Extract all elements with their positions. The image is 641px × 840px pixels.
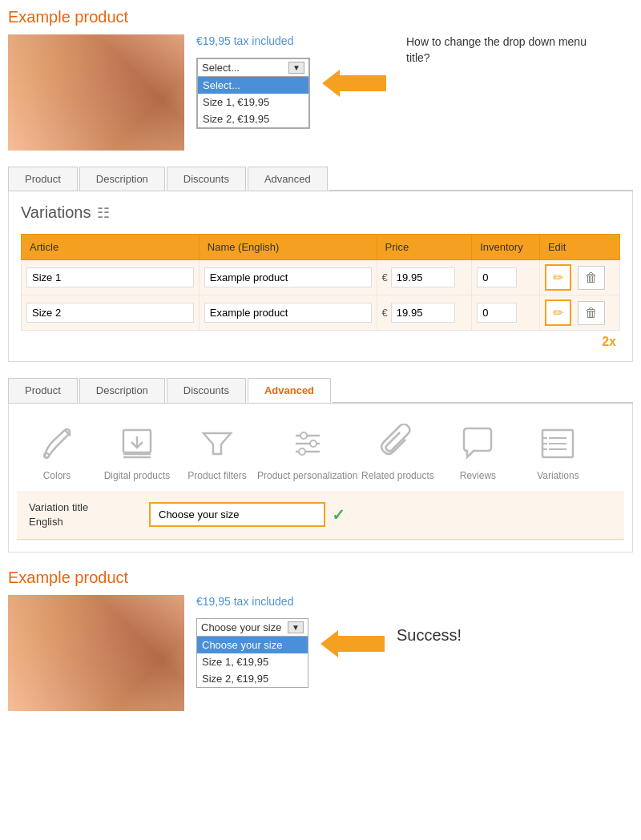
price-label-1: €19,95 tax included xyxy=(196,34,386,47)
related-products-label: Related products xyxy=(361,470,434,483)
svg-point-9 xyxy=(300,432,307,439)
col-name: Name (English) xyxy=(199,235,377,260)
checkmark-icon: ✓ xyxy=(332,505,345,524)
icon-digital-products[interactable]: Digital products xyxy=(97,424,177,483)
product-personalization-label: Product personalization xyxy=(257,470,357,483)
icon-product-filters[interactable]: Product filters xyxy=(177,424,257,483)
tab-advanced-bottom[interactable]: Advanced xyxy=(248,378,331,403)
delete-button-2[interactable]: 🗑 xyxy=(578,301,605,325)
svg-point-0 xyxy=(44,453,49,458)
inventory-input-1[interactable] xyxy=(477,267,517,287)
delete-button-1[interactable]: 🗑 xyxy=(578,266,605,290)
edit-button-1[interactable]: ✏ xyxy=(545,264,571,291)
dropdown-item-0[interactable]: Select... xyxy=(198,77,308,94)
col-edit: Edit xyxy=(539,235,619,260)
icon-variations[interactable]: Variations xyxy=(518,424,598,483)
icons-section: Colors Digital products Product filter xyxy=(17,416,624,491)
price-label-2: €19,95 tax included xyxy=(196,595,462,608)
icon-related-products[interactable]: Related products xyxy=(357,424,437,483)
dropdown2-item-1[interactable]: Size 1, €19,95 xyxy=(197,653,308,670)
tab-product-top[interactable]: Product xyxy=(8,167,78,191)
price-input-1[interactable] xyxy=(391,267,455,287)
page-title-2: Example product xyxy=(8,569,633,587)
size-dropdown-2[interactable]: Choose your size ▼ Choose your size Size… xyxy=(196,618,308,688)
variations-label: Variations xyxy=(537,470,579,483)
inventory-input-2[interactable] xyxy=(477,303,517,323)
price-input-2[interactable] xyxy=(391,303,455,323)
tabs-bottom: Product Description Discounts Advanced xyxy=(8,378,633,404)
dropdown2-item-0[interactable]: Choose your size xyxy=(197,637,308,653)
tab-description-bottom[interactable]: Description xyxy=(79,378,165,403)
dropdown2-selected-label: Choose your size xyxy=(201,621,284,633)
twox-label: 2x xyxy=(21,335,620,349)
sliders-icon xyxy=(288,424,328,464)
page-title-1: Example product xyxy=(8,8,633,26)
svg-marker-5 xyxy=(204,433,231,454)
table-row: € ✏ 🗑 xyxy=(22,260,620,295)
icon-reviews[interactable]: Reviews xyxy=(437,424,518,483)
name-input-1[interactable] xyxy=(204,267,372,287)
filter-icon xyxy=(197,424,237,464)
product-image-1 xyxy=(8,34,184,151)
col-article: Article xyxy=(22,235,200,260)
download-icon xyxy=(117,424,157,464)
euro-sign-1: € xyxy=(382,271,388,283)
dropdown2-arrow-icon[interactable]: ▼ xyxy=(288,621,304,633)
dropdown-selected-label: Select... xyxy=(202,62,240,74)
svg-point-10 xyxy=(310,440,316,447)
variations-icon: ☷ xyxy=(97,204,110,222)
tab-discounts-bottom[interactable]: Discounts xyxy=(167,378,246,403)
orange-arrow-1 xyxy=(322,70,386,98)
icon-colors[interactable]: Colors xyxy=(17,424,97,483)
icon-product-personalization[interactable]: Product personalization xyxy=(257,424,357,483)
list-icon xyxy=(538,424,578,464)
tabs-top: Product Description Discounts Advanced xyxy=(8,167,633,191)
reviews-label: Reviews xyxy=(460,470,496,483)
col-price: Price xyxy=(377,235,472,260)
variation-field-row: Variation title English ✓ xyxy=(17,491,624,540)
tab-description-top[interactable]: Description xyxy=(79,167,165,191)
second-example-section: Example product €19,95 tax included Choo… xyxy=(8,569,633,711)
dropdown-arrow-icon[interactable]: ▼ xyxy=(288,62,304,74)
dropdown-item-1[interactable]: Size 1, €19,95 xyxy=(198,94,308,111)
tab-discounts-top[interactable]: Discounts xyxy=(167,167,246,191)
variations-section: Variations ☷ Article Name (English) Pric… xyxy=(8,191,633,362)
name-input-2[interactable] xyxy=(204,303,372,323)
digital-products-label: Digital products xyxy=(104,470,171,483)
variation-field-label: Variation title English xyxy=(29,500,133,529)
dropdown2-item-2[interactable]: Size 2, €19,95 xyxy=(197,670,308,687)
product-image-2 xyxy=(8,595,184,711)
table-row: € ✏ 🗑 xyxy=(22,295,620,331)
svg-point-11 xyxy=(299,448,305,455)
colors-label: Colors xyxy=(43,470,71,483)
variation-title-input[interactable] xyxy=(149,502,325,527)
paintbrush-icon xyxy=(37,424,77,464)
size-dropdown-1[interactable]: Select... ▼ Select... Size 1, €19,95 Siz… xyxy=(196,58,310,129)
howto-text: How to change the drop down menu title? xyxy=(406,34,591,66)
chat-icon xyxy=(458,424,498,464)
product-filters-label: Product filters xyxy=(187,470,246,483)
euro-sign-2: € xyxy=(382,307,388,319)
paperclip-icon xyxy=(377,424,417,464)
article-input-1[interactable] xyxy=(26,267,194,287)
dropdown-item-2[interactable]: Size 2, €19,95 xyxy=(198,111,308,127)
variations-title: Variations xyxy=(21,203,91,222)
edit-button-2[interactable]: ✏ xyxy=(545,299,571,326)
tab-advanced-top[interactable]: Advanced xyxy=(248,167,328,191)
tab-product-bottom[interactable]: Product xyxy=(8,378,78,403)
orange-arrow-2 xyxy=(320,630,385,658)
col-inventory: Inventory xyxy=(472,235,540,260)
success-text: Success! xyxy=(397,626,462,645)
article-input-2[interactable] xyxy=(26,303,194,323)
variations-table: Article Name (English) Price Inventory E… xyxy=(21,234,620,331)
